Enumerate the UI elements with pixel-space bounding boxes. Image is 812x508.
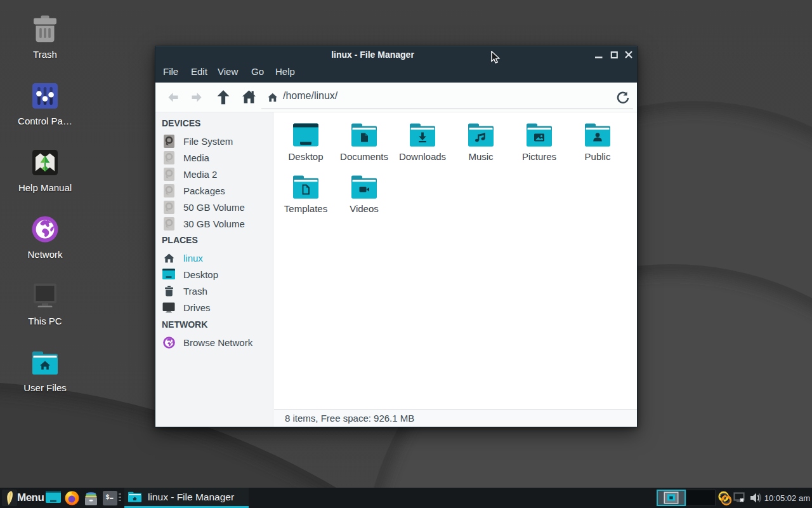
svg-text:$: $ <box>106 494 110 501</box>
